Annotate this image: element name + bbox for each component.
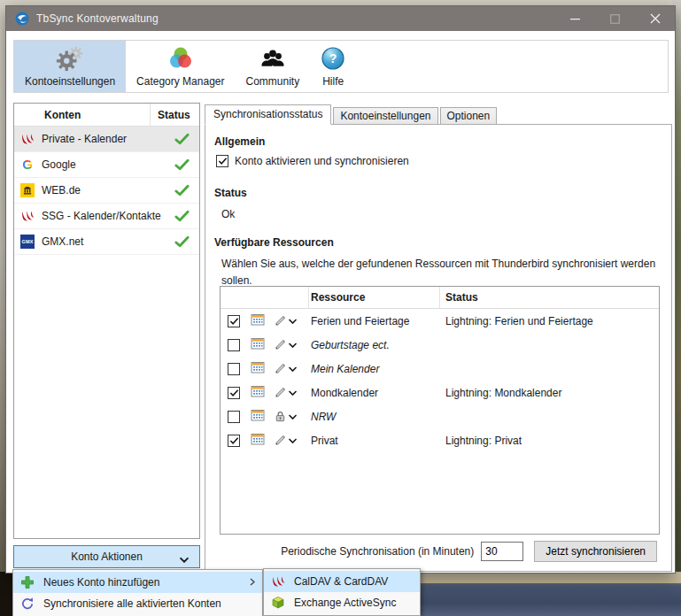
enable-account-checkbox[interactable] bbox=[216, 155, 228, 167]
resources-hint: Wählen Sie aus, welche der gefundenen Re… bbox=[221, 256, 664, 289]
sync-status-panel: Allgemein Konto aktivieren und synchroni… bbox=[205, 124, 672, 572]
chevron-down-icon bbox=[180, 553, 189, 566]
chevron-down-icon bbox=[289, 390, 297, 396]
resource-name: Privat bbox=[309, 435, 440, 447]
resource-checkbox[interactable] bbox=[228, 315, 240, 327]
account-row-private-kalender[interactable]: Private - Kalender bbox=[14, 127, 199, 152]
menu-item-label: Synchronisiere alle aktivierten Konten bbox=[43, 597, 221, 610]
enable-account-row: Konto aktivieren und synchronisieren bbox=[216, 155, 409, 167]
sync-now-button[interactable]: Jetzt synchronisieren bbox=[534, 541, 657, 562]
header-resource-col: Ressource bbox=[309, 287, 440, 308]
calendar-icon bbox=[251, 360, 265, 377]
resource-status: Lightning: Mondkalender bbox=[440, 387, 659, 399]
toolbar-item-category-manager[interactable]: Category Manager bbox=[126, 41, 235, 92]
help-icon: ? bbox=[321, 44, 345, 73]
webde-icon bbox=[20, 183, 35, 197]
account-name: WEB.de bbox=[42, 184, 164, 196]
resource-status: Lightning: Ferien und Feiertage bbox=[440, 315, 659, 327]
konto-aktionen-button[interactable]: Konto Aktionen bbox=[13, 545, 200, 568]
edit-dropdown-button[interactable] bbox=[274, 386, 297, 399]
resource-row[interactable]: Ferien und Feiertage Lightning: Ferien u… bbox=[221, 309, 659, 333]
menu-item-neues-konto[interactable]: Neues Konto hinzufügen bbox=[13, 572, 262, 593]
maximize-button[interactable] bbox=[595, 6, 635, 31]
toolbar-item-kontoeinstellungen[interactable]: Kontoeinstellungen bbox=[14, 41, 126, 92]
refresh-icon bbox=[20, 597, 35, 611]
periodic-sync-label: Periodische Synchronisation (in Minuten) bbox=[281, 545, 474, 558]
menu-item-label: Neues Konto hinzufügen bbox=[43, 576, 159, 589]
resource-checkbox[interactable] bbox=[228, 339, 240, 351]
submenu-item-exchange-activesync[interactable]: Exchange ActiveSync bbox=[264, 592, 420, 613]
close-button[interactable] bbox=[635, 6, 675, 31]
resource-checkbox[interactable] bbox=[228, 435, 240, 447]
desktop: TbSync Kontoverwaltung bbox=[0, 0, 681, 616]
submenu-item-caldav-carddav[interactable]: CalDAV & CardDAV bbox=[264, 571, 420, 592]
status-ok-icon bbox=[164, 235, 199, 248]
pencil-icon bbox=[274, 314, 287, 327]
account-name: Private - Kalender bbox=[42, 133, 164, 145]
konto-aktionen-label: Konto Aktionen bbox=[71, 551, 143, 563]
calendar-icon bbox=[251, 408, 265, 425]
account-row-webde[interactable]: WEB.de bbox=[14, 178, 199, 204]
resource-row[interactable]: Mein Kalender bbox=[221, 357, 659, 381]
resource-checkbox[interactable] bbox=[228, 363, 240, 375]
status-ok-icon bbox=[164, 158, 199, 171]
gmx-icon: GMX bbox=[20, 235, 35, 249]
resource-row[interactable]: NRW bbox=[221, 404, 659, 428]
edit-dropdown-button[interactable] bbox=[274, 314, 297, 327]
checkmark-icon bbox=[229, 436, 239, 445]
pencil-icon bbox=[274, 434, 287, 447]
menu-item-sync-all[interactable]: Synchronisiere alle aktivierten Konten bbox=[13, 593, 262, 614]
calendar-icon bbox=[251, 312, 265, 329]
toolbar-item-label: Category Manager bbox=[136, 75, 224, 88]
minimize-button[interactable] bbox=[555, 6, 595, 31]
calendar-icon bbox=[251, 432, 265, 449]
pencil-icon bbox=[274, 338, 287, 351]
tab-optionen[interactable]: Optionen bbox=[440, 107, 498, 125]
cube-icon bbox=[271, 596, 285, 610]
submenu-item-label: Exchange ActiveSync bbox=[294, 597, 396, 609]
resources-table: Ressource Status Ferien und Feiertage Li… bbox=[220, 286, 660, 535]
titlebar[interactable]: TbSync Kontoverwaltung bbox=[6, 6, 675, 31]
tab-kontoeinstellungen[interactable]: Kontoeinstellungen bbox=[333, 107, 437, 125]
accounts-col-konten: Konten bbox=[14, 109, 150, 121]
resource-name: Mein Kalender bbox=[309, 363, 440, 375]
tbsync-window: TbSync Kontoverwaltung bbox=[5, 5, 676, 574]
chevron-down-icon bbox=[289, 438, 297, 443]
lock-dropdown-button[interactable] bbox=[274, 410, 297, 423]
tab-bar: Synchronisationsstatus Kontoeinstellunge… bbox=[205, 104, 499, 125]
account-row-google[interactable]: G Google bbox=[14, 152, 199, 178]
account-row-gmx[interactable]: GMX GMX.net bbox=[14, 229, 199, 255]
tab-label: Kontoeinstellungen bbox=[340, 110, 430, 122]
resource-row[interactable]: Mondkalender Lightning: Mondkalender bbox=[221, 381, 659, 404]
accounts-panel: Konten Status Private - Kalender G Googl… bbox=[13, 103, 200, 539]
submenu-item-label: CalDAV & CardDAV bbox=[294, 575, 388, 588]
chevron-down-icon bbox=[289, 366, 297, 372]
edit-dropdown-button[interactable] bbox=[274, 338, 297, 351]
resource-checkbox[interactable] bbox=[228, 387, 240, 399]
dav-icon bbox=[20, 132, 35, 146]
google-icon: G bbox=[20, 158, 35, 172]
resource-checkbox[interactable] bbox=[228, 411, 240, 423]
window-title: TbSync Kontoverwaltung bbox=[36, 12, 159, 25]
resource-row[interactable]: Privat Lightning: Privat bbox=[221, 428, 659, 452]
status-ok-icon bbox=[164, 133, 199, 145]
submenu-arrow-icon bbox=[250, 576, 255, 589]
resource-row[interactable]: Geburtstage ect. bbox=[221, 333, 659, 357]
thunderbird-icon bbox=[15, 12, 29, 26]
header-status-col: Status bbox=[440, 287, 659, 308]
toolbar-item-hilfe[interactable]: ? Hilfe bbox=[310, 41, 356, 92]
checkmark-icon bbox=[229, 389, 239, 397]
header-controls-col bbox=[221, 287, 309, 308]
status-value: Ok bbox=[221, 208, 235, 220]
tab-label: Synchronisationsstatus bbox=[213, 108, 322, 120]
account-row-ssg[interactable]: SSG - Kalender/Kontakte bbox=[14, 204, 199, 229]
periodic-sync-input[interactable] bbox=[481, 542, 523, 561]
resource-name: Geburtstage ect. bbox=[309, 339, 440, 351]
pencil-icon bbox=[274, 362, 287, 375]
resource-name: Ferien und Feiertage bbox=[309, 315, 440, 327]
toolbar-item-community[interactable]: Community bbox=[235, 41, 310, 92]
edit-dropdown-button[interactable] bbox=[274, 434, 297, 447]
tab-synchronisationsstatus[interactable]: Synchronisationsstatus bbox=[205, 104, 331, 125]
resource-name: Mondkalender bbox=[309, 387, 440, 399]
edit-dropdown-button[interactable] bbox=[274, 362, 297, 375]
